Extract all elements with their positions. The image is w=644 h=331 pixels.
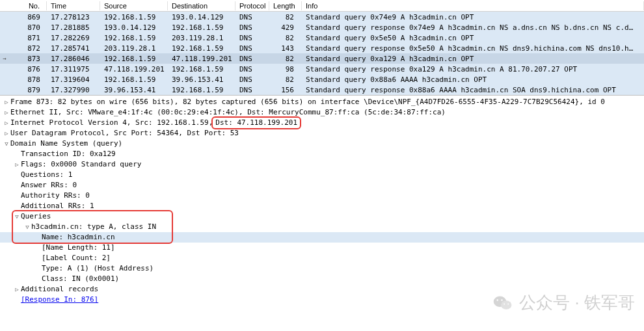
packet-list-header: No. Time Source Destination Protocol Len… xyxy=(0,0,644,12)
type-text: Type: A (1) (Host Address) xyxy=(42,263,154,274)
detail-additional-rrs[interactable]: Additional RRs: 1 xyxy=(0,201,644,211)
ip-text-dst: Dst: 47.118.199.201 xyxy=(213,118,300,128)
query-name-text: Name: h3cadmin.cn xyxy=(42,232,115,243)
cell-src: 39.96.153.41 xyxy=(100,86,168,94)
questions-text: Questions: 1 xyxy=(21,170,72,180)
detail-questions[interactable]: Questions: 1 xyxy=(0,170,644,180)
class-text: Class: IN (0x0001) xyxy=(42,274,119,284)
cell-info: Standard query 0x74e9 A h3cadmin.cn OPT xyxy=(302,13,644,21)
cell-time: 17.286046 xyxy=(47,55,100,63)
detail-flags[interactable]: ▷ Flags: 0x0000 Standard query xyxy=(0,159,644,170)
cell-dst: 193.0.14.129 xyxy=(168,13,235,21)
cell-src: 192.168.1.59 xyxy=(100,55,168,63)
packet-row[interactable]: 86917.278123192.168.1.59193.0.14.129DNS8… xyxy=(0,12,644,22)
packet-row[interactable]: 87917.32799039.96.153.41192.168.1.59DNS1… xyxy=(0,85,644,95)
dns-text: Domain Name System (query) xyxy=(10,139,122,149)
cell-src: 203.119.28.1 xyxy=(100,44,168,53)
cell-len: 82 xyxy=(269,75,302,84)
eth-text: Ethernet II, Src: VMware_e4:1f:4c (00:0c… xyxy=(10,107,446,118)
udp-text: User Datagram Protocol, Src Port: 54364,… xyxy=(10,128,239,139)
name-len-text: [Name Length: 11] xyxy=(42,243,115,253)
detail-frame[interactable]: ▷ Frame 873: 82 bytes on wire (656 bits)… xyxy=(0,97,644,107)
packet-row[interactable]: 87117.282269192.168.1.59203.119.28.1DNS8… xyxy=(0,33,644,43)
svg-point-2 xyxy=(497,299,498,300)
cell-proto: DNS xyxy=(235,75,269,84)
svg-point-3 xyxy=(502,299,503,300)
expand-icon[interactable]: ▷ xyxy=(3,97,10,107)
wechat-icon xyxy=(493,295,513,311)
txid-text: Transaction ID: 0xa129 xyxy=(21,149,116,159)
cell-no: 869 xyxy=(9,13,47,21)
packet-row[interactable]: 87017.281885193.0.14.129192.168.1.59DNS4… xyxy=(0,22,644,33)
cell-info: Standard query response 0x88a6 AAAA h3ca… xyxy=(302,86,644,94)
detail-queries[interactable]: ▽ Queries xyxy=(0,211,644,222)
cell-len: 429 xyxy=(269,23,302,32)
expand-icon[interactable]: ▷ xyxy=(3,107,10,118)
svg-point-5 xyxy=(508,303,509,304)
expand-icon[interactable]: ▷ xyxy=(3,128,10,139)
detail-answer-rrs[interactable]: Answer RRs: 0 xyxy=(0,180,644,191)
cell-proto: DNS xyxy=(235,13,269,21)
cell-src: 47.118.199.201 xyxy=(100,65,168,73)
answer-text: Answer RRs: 0 xyxy=(21,180,77,191)
cell-src: 192.168.1.59 xyxy=(100,75,168,84)
expand-icon[interactable]: ▷ xyxy=(3,118,10,128)
packet-row[interactable]: →87317.286046192.168.1.5947.118.199.201D… xyxy=(0,53,644,64)
packet-details-pane: ▷ Frame 873: 82 bytes on wire (656 bits)… xyxy=(0,96,644,306)
cell-proto: DNS xyxy=(235,86,269,94)
detail-ip[interactable]: ▷ Internet Protocol Version 4, Src: 192.… xyxy=(0,118,644,128)
cell-info: Standard query 0x5e50 A h3cadmin.cn OPT xyxy=(302,34,644,42)
cell-time: 17.278123 xyxy=(47,13,100,21)
detail-query-item[interactable]: ▽ h3cadmin.cn: type A, class IN xyxy=(0,222,644,232)
col-time[interactable]: Time xyxy=(47,1,100,10)
additional-text: Additional RRs: 1 xyxy=(21,201,94,211)
packet-row[interactable]: 87617.31197547.118.199.201192.168.1.59DN… xyxy=(0,64,644,74)
detail-authority-rrs[interactable]: Authority RRs: 0 xyxy=(0,191,644,201)
col-no[interactable]: No. xyxy=(9,1,47,10)
detail-query-class[interactable]: Class: IN (0x0001) xyxy=(0,274,644,284)
detail-query-name[interactable]: Name: h3cadmin.cn xyxy=(0,232,644,243)
cell-no: 876 xyxy=(9,65,47,73)
collapse-icon[interactable]: ▽ xyxy=(23,222,31,232)
detail-label-count[interactable]: [Label Count: 2] xyxy=(0,253,644,263)
cell-dst: 203.119.28.1 xyxy=(168,34,235,42)
detail-dns[interactable]: ▽ Domain Name System (query) xyxy=(0,139,644,149)
ip-text-pre: Internet Protocol Version 4, Src: 192.16… xyxy=(10,118,213,128)
cell-no: 873 xyxy=(9,55,47,63)
collapse-icon[interactable]: ▽ xyxy=(13,211,21,222)
collapse-icon[interactable]: ▽ xyxy=(3,139,10,149)
flags-text: Flags: 0x0000 Standard query xyxy=(21,159,141,170)
cell-time: 17.281885 xyxy=(47,23,100,32)
response-in-link[interactable]: [Response In: 876] xyxy=(21,295,98,305)
cell-time: 17.311975 xyxy=(47,65,100,73)
col-protocol[interactable]: Protocol xyxy=(235,1,269,10)
cell-dst: 192.168.1.59 xyxy=(168,65,235,73)
expand-icon[interactable]: ▷ xyxy=(13,284,21,295)
col-length[interactable]: Length xyxy=(269,1,302,10)
watermark: 公众号 · 铁军哥 xyxy=(493,291,635,314)
packet-list-pane: No. Time Source Destination Protocol Len… xyxy=(0,0,644,96)
packet-row[interactable]: 87817.319604192.168.1.5939.96.153.41DNS8… xyxy=(0,74,644,85)
cell-proto: DNS xyxy=(235,65,269,73)
addl-text: Additional records xyxy=(21,284,98,295)
detail-txid[interactable]: Transaction ID: 0xa129 xyxy=(0,149,644,159)
cell-proto: DNS xyxy=(235,23,269,32)
cell-len: 82 xyxy=(269,55,302,63)
cell-time: 17.285741 xyxy=(47,44,100,53)
cell-proto: DNS xyxy=(235,44,269,53)
cell-info: Standard query response 0x5e50 A h3cadmi… xyxy=(302,44,644,53)
col-destination[interactable]: Destination xyxy=(168,1,235,10)
detail-udp[interactable]: ▷ User Datagram Protocol, Src Port: 5436… xyxy=(0,128,644,139)
detail-query-type[interactable]: Type: A (1) (Host Address) xyxy=(0,263,644,274)
expand-icon[interactable]: ▷ xyxy=(13,159,21,170)
cell-info: Standard query response 0xa129 A h3cadmi… xyxy=(302,65,644,73)
cell-src: 192.168.1.59 xyxy=(100,34,168,42)
cell-src: 193.0.14.129 xyxy=(100,23,168,32)
col-source[interactable]: Source xyxy=(100,1,168,10)
cell-dst: 47.118.199.201 xyxy=(168,55,235,63)
cell-dst: 192.168.1.59 xyxy=(168,44,235,53)
detail-name-length[interactable]: [Name Length: 11] xyxy=(0,243,644,253)
col-info[interactable]: Info xyxy=(302,1,644,10)
detail-ethernet[interactable]: ▷ Ethernet II, Src: VMware_e4:1f:4c (00:… xyxy=(0,107,644,118)
packet-row[interactable]: 87217.285741203.119.28.1192.168.1.59DNS1… xyxy=(0,43,644,53)
